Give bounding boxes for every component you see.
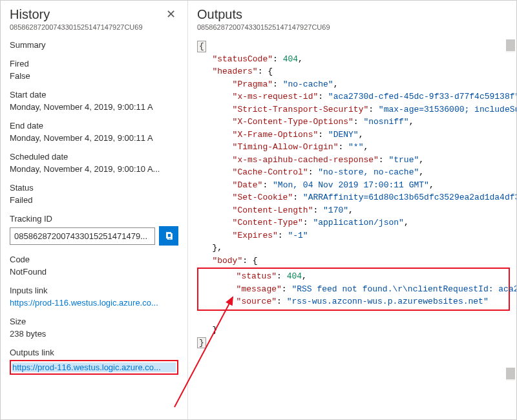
status-value: Failed [10,195,178,205]
history-run-id: 08586287200743301525147147927CU69 [10,23,143,31]
scheduled-date-label: Scheduled date [10,152,178,162]
history-panel: History 08586287200743301525147147927CU6… [1,1,188,419]
end-date-label: End date [10,121,178,131]
start-date-label: Start date [10,90,178,100]
outputs-run-id: 08586287200743301525147147927CU69 [197,23,516,31]
fired-value: False [10,71,178,81]
outputs-link-label: Outputs link [10,348,178,357]
start-date-value: Monday, November 4, 2019, 9:00:11 A [10,102,178,112]
fired-label: Fired [10,59,178,68]
size-label: Size [10,317,178,326]
size-value: 238 bytes [10,329,178,339]
end-date-value: Monday, November 4, 2019, 9:00:11 A [10,133,178,143]
tracking-id-input[interactable]: 085862872007433015251471479... [10,227,155,245]
inputs-link[interactable]: https://prod-116.westus.logic.azure.co..… [10,298,178,308]
outputs-title: Outputs [197,7,516,22]
summary-heading: Summary [10,40,178,50]
scrollbar-top[interactable] [506,39,515,52]
scrollbar-bottom[interactable] [506,368,515,381]
code-label: Code [10,255,178,264]
outputs-panel: Outputs 08586287200743301525147147927CU6… [188,1,516,419]
tracking-id-label: Tracking ID [10,214,178,224]
close-icon[interactable]: ✕ [164,7,178,21]
outputs-link-highlight: https://prod-116.westus.logic.azure.co..… [10,360,178,375]
json-viewer[interactable]: { "statusCode": 404, "headers": { "Pragm… [197,40,516,402]
scheduled-date-value: Monday, November 4, 2019, 9:00:10 A... [10,164,178,174]
status-label: Status [10,183,178,193]
outputs-link[interactable]: https://prod-116.westus.logic.azure.co..… [12,362,176,372]
body-highlight: "status": 404, "message": "RSS feed not … [197,268,510,311]
copy-icon [164,231,173,240]
history-title: History [10,7,143,22]
code-value: NotFound [10,267,178,277]
copy-button[interactable] [159,226,178,246]
inputs-link-label: Inputs link [10,286,178,295]
